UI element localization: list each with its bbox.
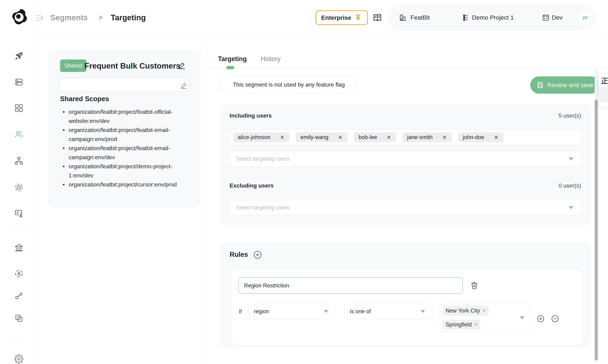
workspace-project[interactable]: Demo Project 1 [472, 14, 514, 21]
chevron-down-icon [420, 310, 425, 313]
certificate-icon[interactable] [14, 209, 24, 218]
user-chip[interactable]: jane-smith [403, 132, 452, 142]
including-users-label: Including users [230, 112, 272, 119]
tab-history[interactable]: History [261, 55, 281, 63]
switch-environment-button[interactable] [578, 11, 592, 25]
gear-icon[interactable] [14, 354, 24, 364]
rules-heading: Rules [230, 251, 248, 258]
experiment-icon[interactable] [14, 183, 24, 192]
excluding-users-select[interactable]: Select targeting users [230, 200, 582, 215]
usage-note: This segment is not used by any feature … [220, 76, 357, 93]
column-divider [206, 36, 207, 364]
bank-icon[interactable] [14, 243, 24, 252]
feature-flags-icon[interactable] [14, 78, 24, 87]
user-chip-label: alice-johnson [238, 134, 270, 141]
shared-scopes-heading: Shared Scopes [60, 95, 109, 103]
remove-user-icon[interactable] [387, 134, 391, 141]
environment-icon [542, 14, 550, 22]
iam-icon[interactable] [14, 269, 24, 278]
user-chip[interactable]: alice-johnson [233, 132, 289, 142]
tab-targeting[interactable]: Targeting [218, 55, 247, 63]
value-chip[interactable]: New York City [442, 306, 489, 316]
edge-overlay-body [598, 87, 608, 102]
values-multiselect[interactable]: New York City Springfield [440, 304, 530, 332]
users-targeting-card: Including users 5 user(s) alice-johnson … [220, 104, 591, 225]
operator-value: is one of [350, 308, 371, 315]
rule-item: If region is one of New York City Spring… [232, 270, 583, 345]
user-chip-label: bob-lee [359, 134, 377, 141]
remove-user-icon[interactable] [494, 134, 498, 141]
remove-user-icon[interactable] [280, 134, 284, 141]
review-and-save-button[interactable]: Review and save [530, 76, 599, 94]
remove-user-icon[interactable] [338, 134, 343, 141]
remove-value-icon[interactable] [482, 308, 486, 314]
user-chip[interactable]: emily-wang [296, 132, 348, 142]
organization-icon [399, 14, 406, 22]
dashboard-icon[interactable] [14, 104, 24, 113]
add-condition-icon[interactable] [536, 314, 545, 323]
sidebar-divider [8, 230, 35, 231]
scope-item: organization/featbit:project/featbit-ema… [60, 126, 184, 144]
workspace-environment[interactable]: Dev [552, 14, 563, 21]
plan-badge[interactable]: Enterprise [315, 10, 368, 25]
edit-title-icon[interactable] [177, 61, 186, 70]
sidebar-collapse-button[interactable] [34, 12, 46, 24]
add-rule-icon[interactable] [253, 250, 262, 260]
scrollbar-track [595, 69, 598, 364]
including-users-input[interactable]: alice-johnson emily-wang bob-lee jane-sm… [230, 130, 582, 145]
featbit-logo[interactable] [9, 8, 29, 27]
value-chip-label: Springfield [446, 321, 472, 328]
breadcrumb-segments[interactable]: Segments [50, 13, 88, 22]
value-chip[interactable]: Springfield [442, 320, 480, 329]
project-icon [462, 14, 470, 22]
scope-item: organization/featbit:project/featbit-off… [60, 107, 184, 126]
active-tab-indicator [226, 66, 234, 69]
key-icon[interactable] [14, 292, 24, 301]
tab-divider [207, 68, 608, 68]
edge-overlay-panel[interactable]: 正在 [598, 74, 608, 107]
user-chip[interactable]: bob-lee [354, 132, 396, 142]
shared-badge: Shared [60, 59, 86, 72]
segment-info-panel: Shared Frequent Bulk Customers Shared Sc… [48, 50, 201, 208]
user-chip-label: jane-smith [407, 134, 432, 141]
integrations-icon[interactable] [14, 314, 24, 323]
remove-user-icon[interactable] [442, 134, 447, 141]
remove-condition-icon[interactable] [551, 314, 559, 323]
sidebar [0, 0, 38, 364]
user-chip-label: john-doe [463, 134, 484, 141]
rules-card: Rules If region is one of New York City [220, 242, 591, 347]
workspace-org[interactable]: FeatBit [410, 14, 430, 21]
rocket-icon[interactable] [14, 52, 24, 61]
user-chip-label: emily-wang [300, 134, 328, 141]
rule-name-input[interactable] [238, 277, 463, 294]
chevron-down-icon [569, 206, 573, 209]
header-divider [38, 35, 608, 36]
edge-overlay-text: 正在 [598, 74, 608, 87]
usage-note-text: This segment is not used by any feature … [233, 81, 345, 88]
segment-description-input[interactable] [59, 78, 189, 92]
plan-badge-label: Enterprise [321, 14, 351, 21]
page-title: Targeting [111, 13, 146, 22]
including-users-select[interactable]: Select targeting users [230, 151, 582, 167]
segments-icon[interactable] [14, 130, 24, 139]
select-placeholder: Select targeting users [236, 156, 289, 162]
sitemap-icon[interactable] [14, 156, 24, 166]
property-value: region [254, 308, 269, 315]
property-select[interactable]: region [248, 304, 336, 319]
excluding-users-label: Excluding users [230, 182, 274, 189]
edit-description-icon[interactable] [180, 82, 188, 89]
chevron-down-icon [324, 310, 328, 313]
sidebar-divider [8, 337, 29, 337]
remove-value-icon[interactable] [474, 322, 478, 327]
docs-book-icon[interactable] [373, 13, 382, 22]
scope-item: organization/featbit:project/cursor:env/… [60, 180, 184, 189]
scrollbar-thumb[interactable] [595, 100, 598, 360]
workspace-switcher: FeatBit Demo Project 1 Dev [388, 5, 596, 31]
operator-select[interactable]: is one of [345, 304, 432, 319]
breadcrumb-separator: > [98, 13, 103, 22]
user-chip[interactable]: john-doe [458, 132, 503, 142]
shared-scopes-list: organization/featbit:project/featbit-off… [60, 107, 185, 189]
segment-title: Frequent Bulk Customers [84, 61, 180, 70]
trash-icon[interactable] [470, 281, 479, 290]
scope-item: organization/featbit:project/demo-projec… [60, 162, 184, 180]
